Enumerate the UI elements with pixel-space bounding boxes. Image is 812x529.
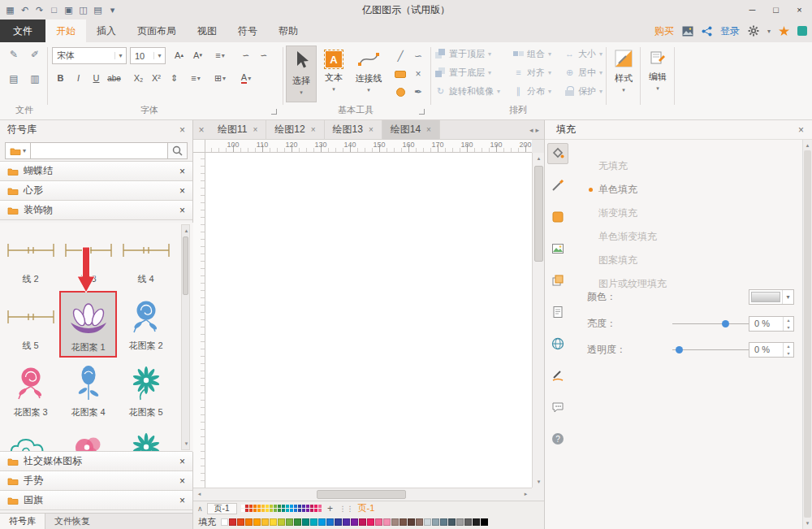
palette-swatch[interactable] [440, 518, 447, 526]
panel-edge-icon[interactable] [797, 26, 807, 36]
mini-swatch[interactable] [266, 509, 269, 512]
fill-panel-scrollbar[interactable]: ▴ ▾ [802, 140, 812, 529]
tools-dialog-launcher[interactable] [419, 109, 425, 115]
hyperlink-panel-icon[interactable] [547, 333, 568, 354]
share-icon[interactable] [702, 26, 712, 37]
palette-swatch[interactable] [432, 518, 439, 526]
curve-text-icon[interactable]: ∽ [237, 47, 254, 63]
mini-swatch[interactable] [274, 509, 277, 512]
fill-option-no-fill[interactable]: 无填充 [589, 159, 667, 173]
settings-gear-icon[interactable] [748, 25, 759, 37]
close-category-icon[interactable]: × [179, 185, 185, 197]
clear-format-icon[interactable]: ∽ [255, 47, 272, 63]
scroll-down-icon[interactable]: ▾ [801, 518, 812, 529]
close-tab-icon[interactable]: × [193, 124, 209, 136]
mini-swatch[interactable] [286, 509, 289, 512]
doc-tab-drawing-13[interactable]: 绘图13× [325, 120, 382, 140]
category-bowknot[interactable]: 蝴蝶结× [0, 161, 192, 181]
symbol-flower-pattern-5[interactable]: 花图案 5 [117, 358, 175, 424]
horizontal-scrollbar[interactable]: ◂ ▸ [193, 488, 532, 501]
maximize-button[interactable]: □ [764, 1, 788, 18]
superscript-button[interactable]: X² [148, 70, 165, 86]
tab-file[interactable]: 文件 [0, 20, 45, 42]
settings-caret-icon[interactable]: ▾ [767, 28, 771, 35]
edit-button[interactable]: 编辑 ▾ [643, 46, 672, 102]
palette-swatch[interactable] [383, 518, 391, 526]
undo-icon[interactable]: ↶ [18, 3, 32, 17]
symbol-line-5[interactable]: 线 5 [2, 291, 59, 358]
palette-swatch[interactable] [375, 518, 382, 526]
palette-swatch[interactable] [416, 518, 423, 526]
customize-toolbar-icon[interactable]: ▾ [106, 3, 119, 17]
mini-swatch[interactable] [257, 505, 261, 508]
category-gesture[interactable]: 手势× [0, 470, 192, 491]
symbol-search-input[interactable] [31, 142, 168, 159]
scroll-left-icon[interactable]: ◂ [193, 488, 205, 500]
arrange-bring-to-front-button[interactable]: 置于顶层▾ [434, 45, 502, 63]
scroll-thumb[interactable] [534, 166, 543, 262]
connector-tool-button[interactable]: 连接线 ▾ [351, 46, 387, 102]
mini-swatch[interactable] [249, 505, 253, 508]
scroll-thumb[interactable] [317, 490, 406, 499]
palette-swatch[interactable] [286, 518, 293, 526]
doc-tab-drawing-12[interactable]: 绘图12× [266, 120, 324, 140]
format-painter-icon[interactable]: ✎ [6, 47, 21, 62]
tab-scroll-left-icon[interactable]: ◂ [529, 126, 533, 134]
font-dialog-launcher[interactable] [271, 109, 277, 115]
save-icon[interactable]: ◫ [76, 3, 90, 17]
ribbon-tab-page-layout[interactable]: 页面布局 [127, 20, 187, 42]
palette-swatch[interactable] [245, 518, 253, 526]
arc-tool-icon[interactable]: ∽ [409, 47, 427, 65]
italic-button[interactable]: I [70, 70, 87, 86]
mini-swatch[interactable] [270, 509, 273, 512]
palette-swatch[interactable] [229, 518, 236, 526]
drawing-canvas[interactable] [205, 153, 532, 488]
arrange-send-to-back-button[interactable]: 置于底层▾ [434, 63, 502, 81]
fill-option-solid-fill[interactable]: 单色填充 [589, 183, 667, 197]
close-symbol-panel-icon[interactable]: × [179, 124, 185, 136]
palette-swatch[interactable] [318, 518, 326, 526]
layers-panel-icon[interactable] [547, 270, 568, 291]
scroll-up-icon[interactable]: ▴ [180, 225, 192, 236]
arrange-center-button[interactable]: ⊕居中▾ [563, 63, 604, 81]
combo-caret-icon[interactable]: ▾ [153, 52, 165, 59]
mini-swatch[interactable] [257, 509, 261, 512]
mini-swatch[interactable] [261, 505, 265, 508]
mini-swatch[interactable] [314, 505, 317, 508]
mini-swatch[interactable] [298, 509, 301, 512]
palette-swatch[interactable] [456, 518, 464, 526]
mini-swatch[interactable] [274, 505, 277, 508]
mini-swatch[interactable] [270, 505, 273, 508]
scroll-down-icon[interactable]: ▾ [180, 438, 192, 449]
mini-swatch[interactable] [278, 509, 281, 512]
pen-tool-icon[interactable]: ✒ [409, 83, 427, 101]
symbol-flower-pattern-7[interactable] [59, 424, 117, 452]
app-menu-icon[interactable]: ▦ [3, 3, 17, 17]
font-family-combo[interactable]: 宋体▾ [52, 47, 127, 64]
doc-tab-drawing-14[interactable]: 绘图14× [382, 120, 440, 140]
arrange-align-button[interactable]: ≡对齐▾ [512, 63, 553, 81]
scroll-up-icon[interactable]: ▴ [801, 140, 812, 151]
doc-tab-drawing-11[interactable]: 绘图11× [209, 120, 266, 140]
bullet-list-button[interactable]: ≡▾ [185, 70, 206, 86]
underline-button[interactable]: U [88, 70, 105, 86]
minimize-button[interactable]: ─ [741, 1, 764, 18]
close-doc-tab-icon[interactable]: × [426, 125, 431, 134]
mini-swatch[interactable] [286, 505, 289, 508]
transparency-spinner[interactable]: 0 %▴▾ [749, 342, 794, 358]
copy-icon[interactable]: ▥ [28, 72, 42, 86]
spin-down-icon[interactable]: ▾ [784, 349, 793, 357]
palette-swatch[interactable] [294, 518, 301, 526]
mini-swatch[interactable] [249, 509, 253, 512]
ribbon-tab-view[interactable]: 视图 [187, 20, 227, 42]
mini-swatch[interactable] [282, 509, 285, 512]
font-color-button[interactable]: A▾ [235, 70, 257, 86]
mini-swatch[interactable] [278, 505, 281, 508]
help-panel-icon[interactable]: ? [547, 428, 568, 449]
increase-font-button[interactable]: A▴ [171, 47, 188, 63]
arrange-protect-button[interactable]: 保护▾ [563, 82, 604, 100]
palette-swatch[interactable] [473, 518, 480, 526]
mini-swatch[interactable] [298, 505, 301, 508]
ellipse-tool-icon[interactable] [391, 83, 409, 101]
search-scope-combo[interactable]: ▾ [5, 142, 31, 159]
